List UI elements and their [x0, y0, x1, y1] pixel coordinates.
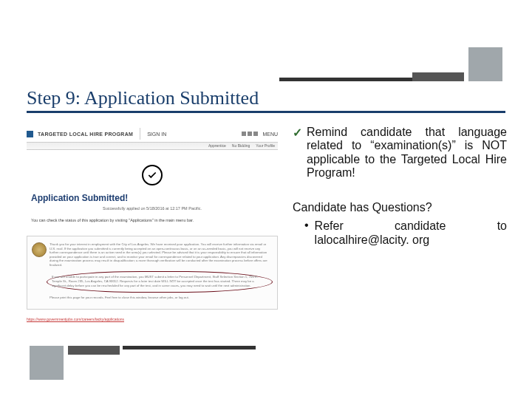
highlighted-paragraph: If you are unable to participate in any …	[47, 271, 273, 293]
bullet-remind-text: Remind candidate that language related t…	[307, 126, 507, 180]
slide-deco-top	[279, 30, 502, 81]
city-seal-icon	[32, 242, 47, 257]
refer-word-2: candidate	[395, 219, 446, 233]
tab-a: Apprentice	[208, 143, 226, 149]
app-screenshot: TARGETED LOCAL HIRE PROGRAM SIGN IN MENU…	[27, 126, 278, 321]
check-icon: ✓	[293, 126, 302, 180]
bullet-dot-icon: •	[304, 219, 309, 247]
tab-c: Your Profile	[256, 143, 275, 149]
menu-label: MENU	[262, 132, 278, 137]
applications-url: https://www.governmentjobs.com/careers/l…	[27, 317, 278, 321]
letter-p3: Please print this page for your records.…	[50, 296, 270, 300]
app-tabs: Apprentice No Bidding Your Profile	[27, 142, 278, 150]
notes-pane: ✓ Remind candidate that language related…	[293, 126, 507, 247]
letter-p1: Thank you for your interest in employmen…	[50, 242, 270, 267]
app-logo-icon	[27, 131, 33, 137]
refer-text: Refer candidate to lalocalhire@lacity. o…	[315, 219, 507, 247]
flag-icon	[242, 132, 258, 136]
confirmation-letter: Thank you for your interest in employmen…	[27, 236, 278, 310]
contact-email: lalocalhire@lacity. org	[315, 233, 430, 246]
submitted-sub1: Successfully applied on 5/18/2016 at 12:…	[31, 206, 273, 211]
submitted-sub2: You can check the status of this applica…	[31, 218, 273, 222]
app-header: TARGETED LOCAL HIRE PROGRAM SIGN IN MENU	[27, 126, 278, 142]
refer-word-3: to	[497, 219, 507, 233]
refer-bullet: • Refer candidate to lalocalhire@lacity.…	[293, 219, 507, 247]
slide-deco-bottom	[30, 346, 256, 380]
questions-heading: Candidate has Questions?	[293, 201, 507, 214]
refer-word-1: Refer	[315, 219, 344, 233]
bullet-remind: ✓ Remind candidate that language related…	[293, 126, 507, 180]
letter-p2: If you are unable to participate in any …	[52, 275, 267, 287]
tab-b: No Bidding	[232, 143, 250, 149]
signin-link: SIGN IN	[147, 132, 166, 137]
program-name: TARGETED LOCAL HIRE PROGRAM	[38, 132, 133, 137]
slide-title: Step 9: Application Submitted	[27, 87, 505, 113]
submitted-heading: Application Submitted!	[31, 190, 273, 203]
checkmark-icon	[142, 165, 163, 185]
